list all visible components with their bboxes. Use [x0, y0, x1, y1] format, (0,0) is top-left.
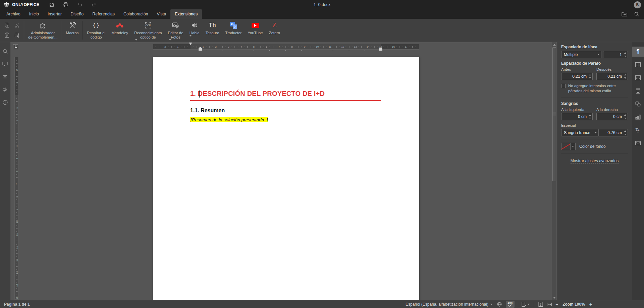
special-indent-select[interactable]: Sangría france	[561, 129, 599, 136]
zoom-value-label[interactable]: Zoom 100%	[562, 302, 585, 307]
spacing-after-spinner[interactable]: 0.21 cm	[596, 73, 628, 80]
ocr-button[interactable]: OCR Reconocimiento óptico de	[131, 19, 165, 42]
tab-vista[interactable]: Vista	[153, 9, 171, 19]
table-settings-tab[interactable]	[632, 60, 644, 70]
spacing-before-spinner[interactable]: 0.21 cm	[561, 73, 593, 80]
vertical-ruler[interactable]: 2112345678910111213141516	[14, 57, 19, 300]
spin-down-arrow[interactable]	[589, 77, 591, 79]
tab-archivo[interactable]: Archivo	[2, 9, 25, 19]
mendeley-button[interactable]: Mendeley	[108, 19, 131, 42]
navigation-headings-button[interactable]	[0, 70, 10, 83]
scroll-down-button[interactable]	[552, 295, 556, 300]
no-intervals-label[interactable]: No agregue intervalos entre párrafos del…	[568, 83, 622, 94]
special-indent-spinner[interactable]: 0.76 cm	[599, 129, 628, 136]
feedback-button[interactable]	[0, 83, 10, 96]
document-page[interactable]: 1. DESCRIPCIÓN DEL PROYECTO DE I+D 1.1. …	[153, 57, 419, 300]
print-button[interactable]	[59, 0, 73, 9]
plugin-manager-button[interactable]: Administrador de Complemen...	[25, 19, 61, 42]
horizontal-ruler[interactable]: 211234567891011121314151617	[153, 44, 419, 50]
toolbar-separator	[62, 21, 62, 40]
spellcheck-button[interactable]: ABC	[506, 301, 515, 308]
spin-up-arrow[interactable]	[589, 114, 591, 116]
onlyoffice-document-editor: { "titlebar": { "logo": "ONLYOFFICE", "d…	[0, 0, 644, 308]
track-changes-button[interactable]	[520, 301, 531, 308]
tab-diseno[interactable]: Diseño	[66, 9, 88, 19]
document-heading-2[interactable]: 1.1. Resumen	[190, 107, 225, 114]
tab-inicio[interactable]: Inicio	[25, 9, 43, 19]
indent-right-spinner[interactable]: 0 cm	[596, 113, 628, 120]
spin-down-arrow[interactable]	[624, 77, 626, 79]
advanced-settings-link[interactable]: Mostrar ajustes avanzados	[571, 159, 619, 164]
cut-button[interactable]	[12, 20, 22, 30]
document-placeholder-paragraph[interactable]: [Resumen de la solución presentada..]	[190, 117, 268, 123]
save-button[interactable]	[45, 0, 59, 9]
headers-footers-settings-tab[interactable]	[632, 86, 644, 96]
undo-button[interactable]	[73, 0, 87, 9]
user-avatar[interactable]: B	[634, 1, 641, 8]
line-spacing-value-spinner[interactable]: 1	[603, 51, 628, 58]
textart-settings-tab[interactable]: Ta	[632, 125, 644, 135]
tab-extensiones[interactable]: Extensiones	[170, 9, 202, 19]
tab-stop-selector[interactable]	[13, 44, 18, 49]
menu-tab-bar: Archivo Inicio Insertar Diseño Referenci…	[0, 9, 644, 19]
vertical-scrollbar[interactable]	[552, 42, 556, 300]
thesaurus-button[interactable]: Th Tesauro	[203, 19, 222, 42]
page-indicator[interactable]: Página 1 de 1	[0, 302, 30, 307]
paragraph-settings-tab[interactable]: ¶	[632, 47, 644, 57]
tab-referencias[interactable]: Referencias	[88, 9, 119, 19]
spin-down-arrow[interactable]	[624, 134, 626, 135]
set-language-button[interactable]	[495, 301, 504, 308]
onlyoffice-logo[interactable]: ONLYOFFICE	[0, 2, 39, 8]
highlight-code-button[interactable]: { } Resaltar el código	[84, 19, 108, 42]
macros-label: Macros	[66, 31, 79, 35]
shape-settings-tab[interactable]	[632, 99, 644, 109]
scroll-up-button[interactable]	[552, 42, 556, 47]
fit-page-button[interactable]	[536, 301, 545, 308]
save-icon	[49, 2, 54, 7]
zotero-button[interactable]: Z Zotero	[266, 19, 283, 42]
spin-up-arrow[interactable]	[624, 74, 626, 75]
zoom-out-button[interactable]: −	[554, 301, 560, 308]
first-line-indent-marker[interactable]	[189, 43, 192, 45]
header-footer-icon	[635, 87, 641, 94]
about-button[interactable]	[0, 96, 10, 109]
scrollbar-thumb[interactable]	[552, 47, 556, 181]
spin-up-arrow[interactable]	[624, 130, 626, 132]
no-intervals-checkbox[interactable]	[561, 84, 566, 88]
line-spacing-type-select[interactable]: Múltiple	[561, 51, 601, 58]
spin-down-arrow[interactable]	[624, 118, 626, 119]
translator-button[interactable]: G Traductor	[222, 19, 245, 42]
default-tab-stops	[153, 50, 419, 51]
tab-colaboracion[interactable]: Colaboración	[119, 9, 153, 19]
redo-button[interactable]	[87, 0, 101, 9]
image-settings-tab[interactable]	[632, 73, 644, 83]
background-color-button[interactable]	[561, 143, 576, 150]
fit-page-icon	[538, 302, 543, 307]
highlighted-text[interactable]: [Resumen de la solución presentada..]	[190, 117, 268, 122]
document-heading-1[interactable]: 1. DESCRIPCIÓN DEL PROYECTO DE I+D	[190, 89, 381, 101]
chart-settings-tab[interactable]	[632, 112, 644, 122]
document-language-button[interactable]: Español (España, alfabetización internac…	[404, 301, 495, 308]
header-search-button[interactable]	[634, 11, 639, 17]
copy-button[interactable]	[2, 20, 12, 30]
fit-width-button[interactable]	[545, 301, 554, 308]
youtube-button[interactable]: YouTube	[245, 19, 266, 42]
spin-down-arrow[interactable]	[624, 56, 626, 57]
spin-up-arrow[interactable]	[624, 52, 626, 54]
photo-editor-button[interactable]: Editor de Fotos	[165, 19, 186, 42]
indent-left-spinner[interactable]: 0 cm	[561, 113, 593, 120]
spin-down-arrow[interactable]	[589, 118, 591, 119]
mail-merge-tab[interactable]	[632, 138, 644, 148]
paste-button[interactable]	[2, 30, 12, 40]
zoom-in-button[interactable]: +	[588, 301, 594, 308]
select-all-button[interactable]	[12, 30, 22, 40]
speech-button[interactable]: Habla	[186, 19, 203, 42]
tab-insertar[interactable]: Insertar	[43, 9, 66, 19]
spin-up-arrow[interactable]	[624, 114, 626, 116]
spin-up-arrow[interactable]	[589, 74, 591, 75]
comments-button[interactable]	[0, 58, 10, 70]
macros-button[interactable]: Macros	[63, 19, 82, 42]
globe-icon	[497, 302, 502, 307]
open-file-location-button[interactable]	[622, 12, 627, 16]
find-button[interactable]	[0, 45, 10, 58]
